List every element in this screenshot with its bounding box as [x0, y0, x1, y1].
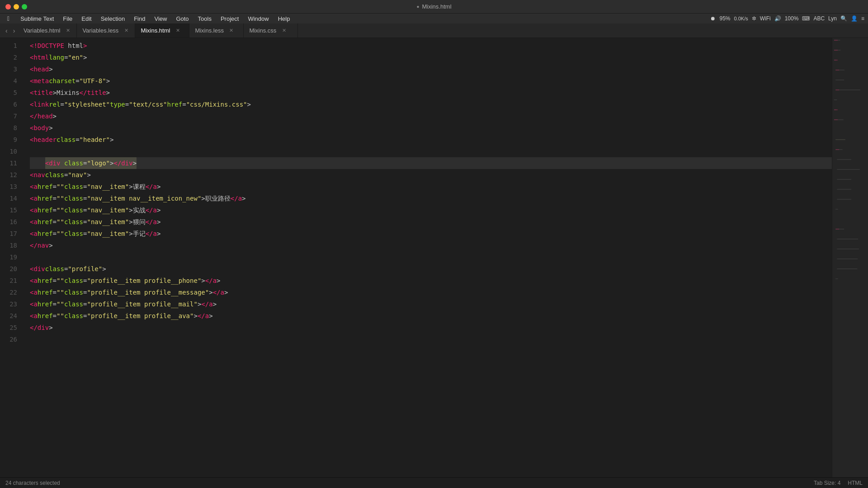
- apple-menu[interactable]: : [4, 14, 13, 23]
- minimap: [832, 38, 868, 477]
- code-line-12: <nav class="nav">: [30, 169, 832, 181]
- line-number-8: 8: [0, 122, 17, 134]
- tab-label: Variables.html: [24, 27, 60, 34]
- code-line-15: <a href="" class="nav__item">实战</a>: [30, 204, 832, 216]
- line-number-23: 23: [0, 298, 17, 310]
- line-number-17: 17: [0, 228, 17, 239]
- line-number-20: 20: [0, 263, 17, 275]
- menu-goto[interactable]: Goto: [172, 14, 192, 23]
- code-line-3: <head>: [30, 63, 832, 75]
- code-line-5: <title>Mixins</title>: [30, 87, 832, 99]
- menu-edit[interactable]: Edit: [78, 14, 95, 23]
- nav-arrows: ‹ ›: [0, 23, 20, 38]
- code-line-26: [30, 333, 832, 345]
- tab-label: Mixins.css: [249, 27, 276, 34]
- record-icon: ⏺: [710, 15, 716, 22]
- line-number-16: 16: [0, 216, 17, 228]
- statusbar-right: Tab Size: 4 HTML: [814, 480, 863, 486]
- line-number-15: 15: [0, 204, 17, 216]
- tab-variables-html[interactable]: Variables.html ✕: [18, 23, 77, 38]
- abc-label: ABC: [813, 15, 825, 22]
- line-number-25: 25: [0, 322, 17, 333]
- tab-label: Variables.less: [82, 27, 118, 34]
- tabbar: ‹ › Variables.html ✕ Variables.less ✕ Mi…: [0, 23, 868, 38]
- volume-icon: 🔊: [774, 15, 781, 22]
- line-number-10: 10: [0, 145, 17, 157]
- code-line-11: <div class="logo"></div>: [30, 157, 832, 169]
- code-line-8: <body>: [30, 122, 832, 134]
- editor: 1234567891011121314151617181920212223242…: [0, 38, 868, 477]
- window-title-text: Mixins.html: [422, 3, 452, 10]
- menu-project[interactable]: Project: [217, 14, 242, 23]
- tab-size[interactable]: Tab Size: 4: [814, 480, 840, 486]
- line-number-18: 18: [0, 239, 17, 251]
- keyboard-icon: ⌨: [802, 15, 810, 22]
- line-number-14: 14: [0, 192, 17, 204]
- menu-file[interactable]: File: [59, 14, 76, 23]
- user-avatar: 👤: [851, 15, 858, 22]
- close-button[interactable]: [5, 4, 11, 9]
- selected-text: <div class="logo"></div>: [45, 157, 137, 169]
- minimize-button[interactable]: [14, 4, 19, 9]
- close-tab-variables-html[interactable]: ✕: [65, 28, 71, 34]
- nav-back[interactable]: ‹: [4, 25, 9, 36]
- code-line-10: [30, 145, 832, 157]
- line-numbers: 1234567891011121314151617181920212223242…: [0, 38, 23, 477]
- code-area[interactable]: <!DOCTYPE html><html lang="en"><head> <m…: [23, 38, 832, 477]
- line-number-21: 21: [0, 275, 17, 286]
- code-line-4: <meta charset="UTF-8">: [30, 75, 832, 87]
- code-line-6: <link rel="stylesheet" type="text/css" h…: [30, 99, 832, 110]
- menu-extra-icon[interactable]: ≡: [861, 15, 864, 22]
- titlebar-left: [5, 4, 27, 9]
- tab-label: Mixins.html: [141, 27, 170, 34]
- fullscreen-button[interactable]: [22, 4, 27, 9]
- line-number-24: 24: [0, 310, 17, 322]
- line-number-4: 4: [0, 75, 17, 87]
- menu-find[interactable]: Find: [130, 14, 149, 23]
- tab-mixins-html[interactable]: Mixins.html ✕: [135, 23, 189, 38]
- line-number-1: 1: [0, 40, 17, 52]
- selection-info: 24 characters selected: [5, 480, 60, 486]
- zoom-level: 100%: [785, 15, 799, 22]
- window-title: ● Mixins.html: [416, 3, 451, 10]
- line-number-9: 9: [0, 134, 17, 145]
- menu-view[interactable]: View: [151, 14, 170, 23]
- language[interactable]: HTML: [848, 480, 863, 486]
- statusbar: 24 characters selected Tab Size: 4 HTML: [0, 477, 868, 488]
- menu-sublime-text[interactable]: Sublime Text: [17, 14, 57, 23]
- indent: [30, 157, 45, 169]
- battery-status: 95%: [719, 15, 730, 22]
- wifi-icon: WiFi: [760, 15, 771, 22]
- line-number-7: 7: [0, 110, 17, 122]
- tab-variables-less[interactable]: Variables.less ✕: [77, 23, 135, 38]
- nav-forward[interactable]: ›: [11, 25, 17, 36]
- menu-window[interactable]: Window: [244, 14, 272, 23]
- menu-tools[interactable]: Tools: [194, 14, 215, 23]
- code-line-9: <header class="header">: [30, 134, 832, 145]
- close-tab-mixins-css[interactable]: ✕: [281, 28, 287, 34]
- line-number-26: 26: [0, 333, 17, 345]
- code-line-16: <a href="" class="nav__item">猥问</a>: [30, 216, 832, 228]
- menu-selection[interactable]: Selection: [97, 14, 128, 23]
- code-line-14: <a href="" class="nav__item nav__item_ic…: [30, 192, 832, 204]
- tab-mixins-less[interactable]: Mixins.less ✕: [189, 23, 244, 38]
- user-name: Lyn: [828, 15, 837, 22]
- close-tab-variables-less[interactable]: ✕: [123, 28, 129, 34]
- code-line-13: <a href="" class="nav__item">课程</a>: [30, 181, 832, 192]
- menubar:  Sublime Text File Edit Selection Find …: [0, 14, 868, 23]
- titlebar: ● Mixins.html: [0, 0, 868, 14]
- close-tab-mixins-html[interactable]: ✕: [175, 28, 181, 34]
- bluetooth-icon: ✲: [752, 15, 756, 22]
- menu-help[interactable]: Help: [274, 14, 294, 23]
- line-number-22: 22: [0, 286, 17, 298]
- tab-label: Mixins.less: [195, 27, 224, 34]
- code-line-7: </head>: [30, 110, 832, 122]
- code-line-21: <a href="" class="profile__item profile_…: [30, 275, 832, 286]
- close-tab-mixins-less[interactable]: ✕: [228, 28, 235, 34]
- line-number-3: 3: [0, 63, 17, 75]
- line-number-12: 12: [0, 169, 17, 181]
- line-number-11: 11: [0, 157, 17, 169]
- tab-mixins-css[interactable]: Mixins.css ✕: [244, 23, 298, 38]
- search-icon[interactable]: 🔍: [840, 15, 847, 22]
- code-line-18: </nav>: [30, 239, 832, 251]
